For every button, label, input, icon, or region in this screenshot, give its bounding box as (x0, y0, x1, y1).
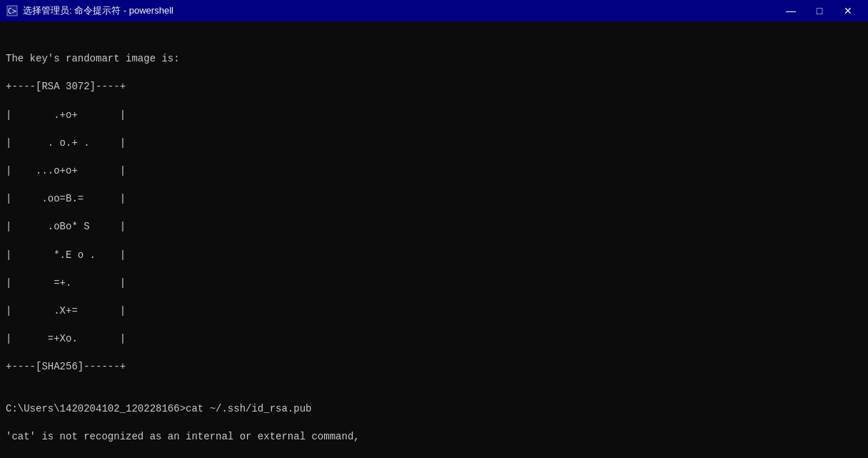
console-line: | =+Xo. | (6, 332, 862, 347)
titlebar: C> 选择管理员: 命令提示符 - powershell — □ ✕ (0, 0, 868, 21)
console-line: The key's randomart image is: (6, 52, 862, 66)
svg-text:C>: C> (8, 7, 16, 15)
maximize-button[interactable]: □ (805, 0, 834, 21)
console-line: | .+o+ | (6, 109, 862, 123)
console-output: The key's randomart image is: +----[RSA … (0, 21, 868, 458)
minimize-button[interactable]: — (777, 0, 805, 21)
terminal-icon: C> (6, 4, 19, 17)
close-button[interactable]: ✕ (834, 0, 862, 21)
console-line: | . o.+ . | (6, 136, 862, 151)
console-line: | =+. | (6, 277, 862, 291)
window-controls: — □ ✕ (777, 0, 862, 21)
console-line: +----[RSA 3072]----+ (6, 80, 862, 94)
console-line: | ...o+o+ | (6, 164, 862, 179)
console-line: +----[SHA256]------+ (6, 360, 862, 374)
console-line: 'cat' is not recognized as an internal o… (6, 430, 862, 444)
console-line: | .oo=B.= | (6, 192, 862, 206)
console-line: C:\Users\1420204102_120228166>cat ~/.ssh… (6, 402, 862, 417)
console-line: | *.E o . | (6, 249, 862, 263)
console-line: | .X+= | (6, 304, 862, 319)
window-title: 选择管理员: 命令提示符 - powershell (23, 4, 777, 17)
console-line: | .oBo* S | (6, 220, 862, 234)
window: C> 选择管理员: 命令提示符 - powershell — □ ✕ The k… (0, 0, 868, 458)
